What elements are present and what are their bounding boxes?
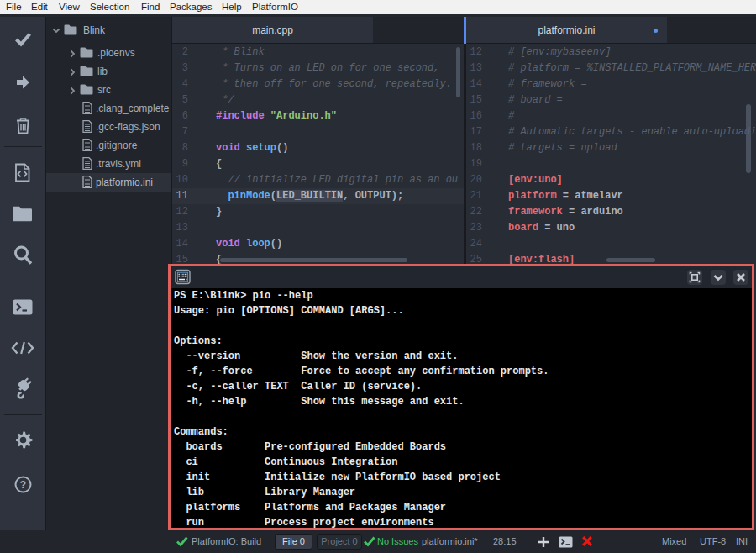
svg-text:?: ? — [20, 479, 26, 491]
